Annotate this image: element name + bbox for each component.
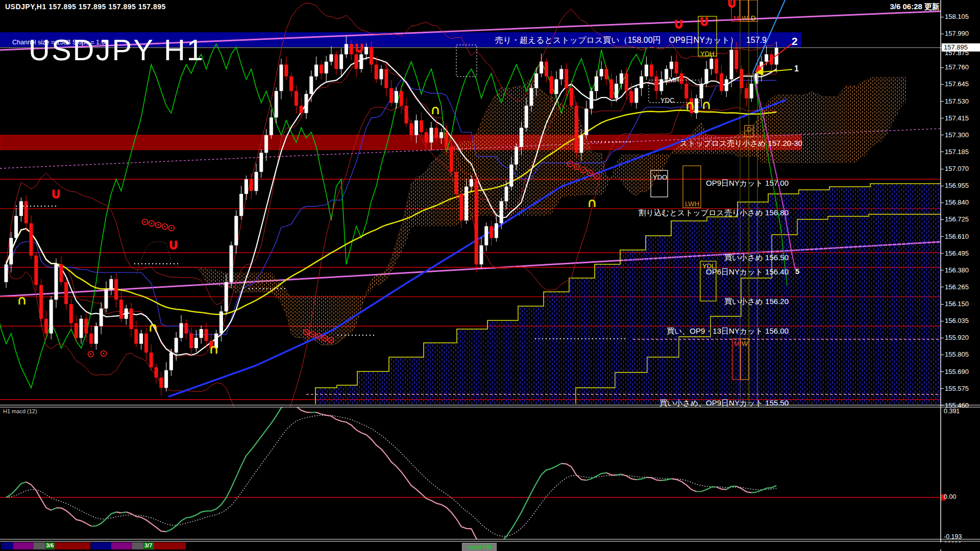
candle-body bbox=[205, 329, 208, 341]
price-axis-tick bbox=[941, 338, 944, 338]
candle-body bbox=[680, 73, 683, 84]
price-axis-tick bbox=[941, 186, 944, 186]
candle-body bbox=[309, 77, 313, 94]
candle-body bbox=[534, 73, 538, 88]
candle-body bbox=[219, 311, 223, 333]
zone-note-text: ストップロス売り小さめ 157.20-30 bbox=[680, 139, 802, 147]
price-axis-tick bbox=[941, 219, 944, 220]
price-axis-label: 156.380 bbox=[945, 266, 969, 274]
price-axis-tick bbox=[941, 236, 944, 237]
candle-body bbox=[80, 319, 83, 338]
macd-main-line bbox=[696, 487, 716, 491]
price-axis-label: 157.300 bbox=[945, 131, 969, 139]
candle-body bbox=[389, 88, 393, 103]
boxed-label: D bbox=[747, 126, 751, 133]
candle-body bbox=[715, 59, 718, 73]
chart-canvas[interactable]: YDHLMHYDCYDOLWHYDLMWDMWD∪∪∪∪∪∪∩∩∩∩∩∩∩売り・… bbox=[0, 0, 980, 551]
price-axis-tick bbox=[941, 287, 944, 287]
order-note-text: OP9日NYカット 157.00 bbox=[706, 179, 789, 187]
price-axis-label: 157.530 bbox=[945, 97, 969, 105]
candle-body bbox=[445, 132, 448, 147]
candle-body bbox=[605, 69, 608, 79]
timeline-period-segment bbox=[154, 542, 186, 549]
candle-body bbox=[139, 334, 143, 344]
ichimoku-cloud bbox=[671, 77, 906, 163]
candle-body bbox=[64, 282, 68, 304]
candle-body bbox=[200, 329, 203, 338]
candle-body bbox=[430, 128, 433, 142]
price-axis-label: 157.760 bbox=[945, 63, 969, 71]
price-axis-tick bbox=[941, 203, 944, 203]
symbol-quote-line: USDJPY,H1 157.895 157.895 157.895 157.89… bbox=[5, 3, 166, 11]
chart-window: YDHLMHYDCYDOLWHYDLMWDMWD∪∪∪∪∪∪∩∩∩∩∩∩∩売り・… bbox=[0, 0, 980, 551]
candle-body bbox=[19, 201, 23, 216]
candle-body bbox=[559, 69, 563, 79]
macd-main-line bbox=[116, 512, 121, 513]
macd-main-line bbox=[492, 463, 561, 546]
candle-body bbox=[584, 109, 588, 135]
zone-note-text: 売り・超えるとストップロス買い（158.00円 OP9日NYカット） 157.9 bbox=[495, 36, 767, 44]
candle-body bbox=[630, 91, 633, 103]
price-axis-label: 156.495 bbox=[945, 249, 969, 257]
macd-main-line bbox=[737, 486, 751, 492]
candle-body bbox=[439, 132, 443, 138]
candle-body bbox=[84, 319, 88, 334]
price-axis-label: 157.185 bbox=[945, 148, 969, 156]
candle-body bbox=[230, 245, 233, 282]
sell-arrow-icon: ∪ bbox=[727, 0, 737, 10]
macd-axis-label: 0.391 bbox=[944, 408, 960, 415]
candle-body bbox=[345, 44, 348, 54]
candle-body bbox=[609, 79, 613, 98]
candle-body bbox=[55, 264, 58, 299]
candle-body bbox=[705, 69, 708, 84]
buy-arrow-icon: ∩ bbox=[587, 194, 597, 210]
candle-body bbox=[480, 245, 483, 264]
candle-body bbox=[14, 216, 18, 238]
candle-body bbox=[409, 123, 413, 135]
price-axis[interactable]: 158.105157.990157.895157.760157.645157.5… bbox=[941, 0, 980, 551]
signal-circle-dot bbox=[596, 175, 597, 177]
macd-main-line bbox=[26, 482, 51, 510]
buy-arrow-icon: ∩ bbox=[17, 292, 27, 307]
candle-body bbox=[434, 128, 438, 138]
candle-body bbox=[555, 79, 558, 94]
candle-body bbox=[244, 179, 248, 194]
macd-main-line bbox=[617, 474, 622, 475]
candle-body bbox=[184, 323, 188, 333]
candle-body bbox=[44, 319, 48, 334]
price-axis-label: 157.415 bbox=[945, 114, 969, 122]
candle-body bbox=[275, 91, 278, 117]
macd-main-line bbox=[621, 474, 636, 480]
candle-body bbox=[670, 62, 673, 69]
candle-body bbox=[105, 289, 108, 308]
candle-body bbox=[284, 65, 288, 77]
candle-body bbox=[175, 338, 178, 353]
watermark-title: USDJPY H1 bbox=[29, 33, 205, 67]
candle-body bbox=[314, 65, 318, 77]
macd-toggle-button[interactable]: macd ON bbox=[462, 543, 497, 551]
price-axis-tick bbox=[941, 169, 944, 169]
candle-body bbox=[489, 226, 493, 238]
price-axis-label: 156.725 bbox=[945, 215, 969, 223]
price-axis-tick bbox=[941, 152, 944, 152]
timeline-period-segment bbox=[13, 542, 34, 549]
candle-body bbox=[684, 84, 688, 98]
price-axis-tick bbox=[941, 135, 944, 135]
candle-body bbox=[380, 69, 383, 79]
candle-body bbox=[600, 69, 603, 76]
price-axis-tick bbox=[941, 388, 944, 389]
macd-signal-line bbox=[6, 415, 776, 536]
candle-body bbox=[75, 323, 78, 338]
macd-main-line bbox=[586, 473, 606, 480]
price-axis-label: 157.070 bbox=[945, 165, 969, 172]
order-note-text: 買い小さめ 156.20 bbox=[724, 297, 789, 306]
boxed-label: M bbox=[733, 14, 739, 22]
candle-body bbox=[189, 334, 193, 348]
macd-main-line bbox=[316, 412, 492, 546]
candle-body bbox=[339, 54, 343, 69]
sell-arrow-icon: ∪ bbox=[699, 13, 709, 29]
macd-main-line bbox=[561, 463, 586, 480]
price-axis-label: 155.920 bbox=[945, 334, 969, 341]
candle-body bbox=[659, 79, 663, 91]
wave-number-label: 2 bbox=[792, 35, 798, 47]
